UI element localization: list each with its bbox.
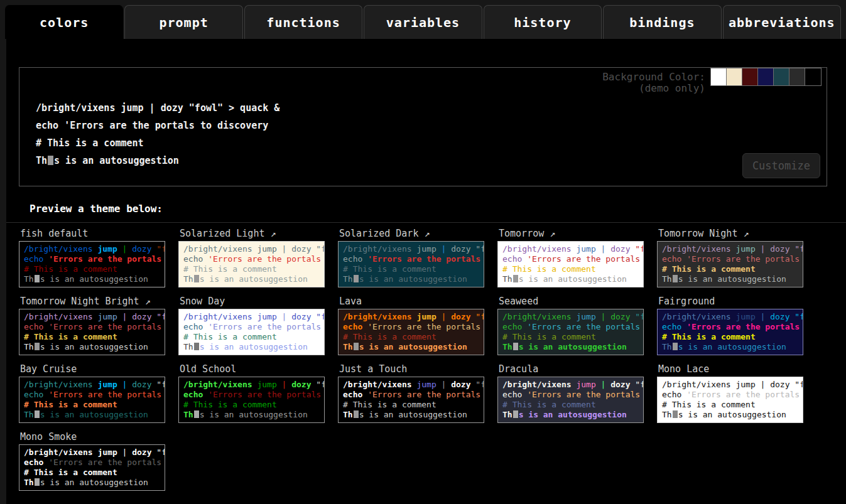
- theme-card-mono-smoke[interactable]: /bright/vixens jump | dozy "fowl" > quac…: [19, 444, 165, 491]
- token-pipe: |: [442, 380, 452, 389]
- token-echo: echo: [183, 254, 208, 264]
- theme-card-just-a-touch[interactable]: /bright/vixens jump | dozy "fowl" > quac…: [338, 377, 484, 423]
- token-echo: echo: [662, 254, 686, 264]
- token-squote: 'Errors are the portals to discovery: [686, 322, 803, 331]
- theme-card-tomorrow-night-bright[interactable]: /bright/vixens jump | dozy "fowl" > quac…: [19, 309, 165, 355]
- theme-title-solarized-dark[interactable]: Solarized Dark ↗: [338, 227, 484, 241]
- token-jump: jump: [97, 448, 122, 457]
- theme-title-fish-default[interactable]: fish default: [19, 227, 165, 241]
- background-swatch-3[interactable]: [742, 68, 758, 85]
- background-swatch-7[interactable]: [805, 68, 821, 85]
- token-comment: # This is a comment: [343, 264, 437, 274]
- token-path: /bright/vixens: [502, 312, 576, 321]
- theme-block-bay-cruise: Bay Cruise/bright/vixens jump | dozy "fo…: [19, 362, 165, 423]
- token-suggestion: s is an autosuggestion: [678, 410, 786, 419]
- token-comment: # This is a comment: [662, 400, 756, 409]
- theme-title-just-a-touch[interactable]: Just a Touch: [338, 362, 484, 377]
- token-echo: echo: [502, 322, 527, 331]
- theme-title-tomorrow[interactable]: Tomorrow ↗: [497, 227, 644, 241]
- background-swatch-1[interactable]: [711, 68, 727, 85]
- tab-prompt[interactable]: prompt: [124, 5, 242, 39]
- token-suggestion: s is an autosuggestion: [678, 274, 786, 284]
- tab-colors[interactable]: colors: [5, 5, 123, 39]
- card-line-3: # This is a comment: [343, 264, 484, 274]
- theme-title-solarized-light[interactable]: Solarized Light ↗: [178, 227, 325, 241]
- card-line-3: # This is a comment: [183, 264, 324, 274]
- token-echo: echo: [24, 390, 48, 399]
- token-typed: Th: [502, 274, 512, 284]
- background-swatches: [710, 68, 822, 86]
- token-jump: jump: [576, 244, 600, 254]
- tab-bindings[interactable]: bindings: [603, 5, 721, 39]
- card-line-3: # This is a comment: [24, 264, 165, 274]
- theme-title-snow-day[interactable]: Snow Day: [178, 294, 325, 309]
- theme-title-seaweed[interactable]: Seaweed: [497, 294, 644, 309]
- background-swatch-2[interactable]: [727, 68, 742, 85]
- theme-card-snow-day[interactable]: /bright/vixens jump | dozy "fowl" > quac…: [178, 309, 325, 355]
- theme-card-tomorrow-night[interactable]: /bright/vixens jump | dozy "fowl" > quac…: [657, 241, 803, 287]
- token-squote: 'Errors are the portals to discovery: [48, 322, 165, 331]
- token-jump: jump: [416, 380, 441, 389]
- theme-title-mono-lace[interactable]: Mono Lace: [657, 362, 803, 377]
- theme-title-lava[interactable]: Lava: [338, 294, 484, 309]
- theme-card-fairground[interactable]: /bright/vixens jump | dozy "fowl" > quac…: [657, 309, 803, 355]
- theme-title-bay-cruise[interactable]: Bay Cruise: [19, 362, 165, 377]
- token-typed: Th: [183, 410, 193, 419]
- cursor-block: [194, 410, 199, 418]
- token-squote: 'Errors are the portals to discovery: [367, 390, 484, 399]
- card-line-1: /bright/vixens jump | dozy "fowl" > quac…: [183, 312, 324, 322]
- tab-abbreviations[interactable]: abbreviations: [723, 5, 841, 39]
- theme-card-solarized-light[interactable]: /bright/vixens jump | dozy "fowl" > quac…: [178, 241, 325, 287]
- background-swatch-5[interactable]: [774, 68, 789, 85]
- token-typed: Th: [24, 478, 34, 487]
- theme-title-old-school[interactable]: Old School: [178, 362, 325, 377]
- token-jump: jump: [576, 312, 600, 321]
- theme-card-solarized-dark[interactable]: /bright/vixens jump | dozy "fowl" > quac…: [338, 241, 484, 287]
- card-line-2: echo 'Errors are the portals to discover…: [502, 390, 643, 400]
- theme-block-fairground: Fairground/bright/vixens jump | dozy "fo…: [657, 294, 803, 355]
- cursor-block: [513, 410, 518, 418]
- token-echo: echo: [662, 390, 686, 399]
- tab-functions[interactable]: functions: [244, 5, 362, 39]
- background-swatch-6[interactable]: [789, 68, 805, 85]
- token-pipe: |: [122, 380, 133, 389]
- token-squote: 'Errors are the portals to discovery: [686, 390, 803, 399]
- theme-title-tomorrow-night[interactable]: Tomorrow Night ↗: [657, 227, 803, 241]
- tab-variables[interactable]: variables: [364, 5, 482, 39]
- theme-block-fish-default: fish default/bright/vixens jump | dozy "…: [19, 227, 165, 287]
- background-color-label: Background Color: (demo only): [602, 67, 705, 94]
- token-comment: # This is a comment: [183, 264, 277, 274]
- theme-card-mono-lace[interactable]: /bright/vixens jump | dozy "fowl" > quac…: [657, 377, 803, 423]
- token-suggestion: s is an autosuggestion: [40, 410, 148, 419]
- token-typed: Th: [662, 410, 672, 419]
- theme-title-mono-smoke[interactable]: Mono Smoke: [19, 430, 165, 444]
- theme-card-tomorrow[interactable]: /bright/vixens jump | dozy "fowl" > quac…: [497, 241, 644, 287]
- token-jump: jump: [576, 380, 600, 389]
- customize-button[interactable]: Customize: [742, 153, 820, 178]
- token-squote: 'Errors are the portals to discovery: [527, 322, 644, 331]
- terminal-line-4: Ths is an autosuggestion: [36, 152, 279, 169]
- color-preview-panel: Background Color: (demo only) /bright/vi…: [19, 67, 827, 186]
- card-line-1: /bright/vixens jump | dozy "fowl" > quac…: [183, 380, 324, 390]
- tab-history[interactable]: history: [484, 5, 602, 39]
- theme-card-bay-cruise[interactable]: /bright/vixens jump | dozy "fowl" > quac…: [19, 377, 165, 423]
- tab-bar: colorspromptfunctionsvariableshistorybin…: [0, 0, 846, 39]
- theme-card-lava[interactable]: /bright/vixens jump | dozy "fowl" > quac…: [338, 309, 484, 355]
- background-swatch-4[interactable]: [758, 68, 774, 85]
- theme-block-tomorrow-night: Tomorrow Night ↗/bright/vixens jump | do…: [657, 227, 803, 287]
- token-comment: # This is a comment: [24, 264, 117, 274]
- token-dozy: dozy: [610, 380, 635, 389]
- theme-title-fairground[interactable]: Fairground: [657, 294, 803, 309]
- theme-card-seaweed[interactable]: /bright/vixens jump | dozy "fowl" > quac…: [497, 309, 644, 355]
- token-squote: 'Errors are the portals to discovery: [48, 254, 165, 264]
- fish-config-page: colorspromptfunctionsvariableshistorybin…: [0, 0, 846, 504]
- theme-card-fish-default[interactable]: /bright/vixens jump | dozy "fowl" > quac…: [19, 241, 165, 287]
- token-dozy: dozy: [132, 244, 156, 254]
- theme-card-old-school[interactable]: /bright/vixens jump | dozy "fowl" > quac…: [178, 377, 325, 423]
- theme-title-dracula[interactable]: Dracula: [497, 362, 644, 377]
- token-echo: echo: [343, 322, 367, 331]
- theme-card-dracula[interactable]: /bright/vixens jump | dozy "fowl" > quac…: [497, 377, 644, 423]
- theme-title-tomorrow-night-bright[interactable]: Tomorrow Night Bright ↗: [19, 294, 165, 309]
- card-line-4: Ths is an autosuggestion: [502, 342, 643, 352]
- card-line-4: Ths is an autosuggestion: [343, 274, 484, 284]
